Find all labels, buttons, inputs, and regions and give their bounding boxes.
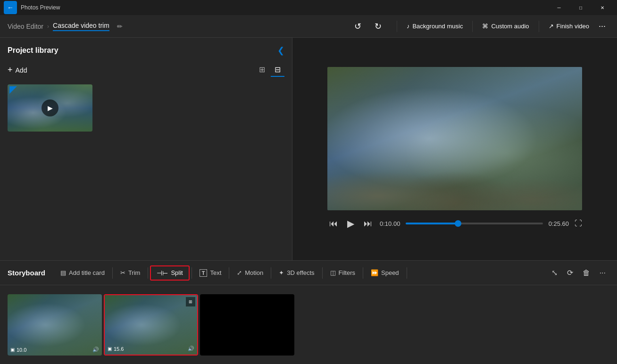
text-label: Text — [210, 269, 221, 276]
preview-image — [327, 67, 582, 210]
progress-bar[interactable] — [406, 223, 542, 224]
panel-header: Project library ❮ — [8, 45, 284, 56]
clip-2-icon: ⊞ — [189, 299, 192, 304]
clip-1[interactable]: ▣ 10.0 🔊 — [8, 294, 102, 356]
titlecard-icon: ▤ — [60, 269, 66, 276]
skip-forward-button[interactable]: ⏭ — [362, 217, 374, 231]
toolbar-divider-2 — [472, 21, 473, 32]
filters-button[interactable]: ◫ Filters — [325, 266, 361, 279]
delete-button[interactable]: 🗑 — [579, 266, 594, 280]
video-preview — [327, 67, 582, 210]
breadcrumb-current: Cascade video trim — [53, 22, 109, 31]
undo-redo-group: ↺ ↻ — [349, 18, 387, 34]
close-button[interactable]: ✕ — [592, 0, 613, 15]
duplicate-button[interactable]: ⟳ — [563, 265, 577, 280]
progress-fill — [406, 223, 458, 224]
play-icon: ▶ — [347, 218, 354, 229]
clip-3[interactable] — [200, 294, 294, 356]
storyboard-panel: Storyboard ▤ Add title card ✂ Trim ⊣⊢ Sp… — [0, 260, 617, 364]
music-icon: ♪ — [407, 23, 410, 30]
breadcrumb-parent[interactable]: Video Editor — [8, 23, 43, 30]
back-button[interactable]: ← — [4, 1, 17, 14]
sep3 — [192, 267, 192, 279]
add-label: Add — [16, 66, 27, 74]
custom-audio-button[interactable]: ⌘ Custom audio — [476, 20, 534, 33]
trim-button[interactable]: ✂ Trim — [115, 266, 146, 279]
storyboard-label: Storyboard — [8, 269, 45, 277]
fullscreen-button[interactable]: ⛶ — [575, 219, 582, 228]
library-toolbar: + Add ⊞ ⊟ — [8, 63, 284, 77]
clip-2-info: ▣ 15.6 — [108, 346, 124, 352]
add-media-button[interactable]: + Add — [8, 65, 27, 75]
clip-2-audio-icon: 🔊 — [188, 344, 194, 352]
breadcrumb-separator: › — [47, 23, 49, 30]
toolbar-divider-1 — [397, 21, 397, 32]
bg-music-label: Background music — [412, 23, 463, 30]
maximize-button[interactable]: □ — [570, 0, 592, 15]
chevron-left-icon: ❮ — [277, 46, 284, 55]
edit-title-icon[interactable]: ✏ — [117, 23, 123, 30]
sep7 — [363, 267, 363, 279]
volume-icon-1: 🔊 — [92, 347, 99, 352]
undo-button[interactable]: ↺ — [349, 18, 367, 34]
grid-4-button[interactable]: ⊞ — [255, 63, 269, 77]
text-button[interactable]: T Text — [194, 266, 227, 280]
collapse-panel-button[interactable]: ❮ — [277, 45, 284, 56]
filters-icon: ◫ — [330, 269, 336, 276]
clip-1-image — [8, 294, 102, 356]
grid-9-button[interactable]: ⊟ — [271, 63, 284, 77]
more-storyboard-button[interactable]: ··· — [596, 266, 609, 280]
play-button[interactable]: ▶ — [345, 216, 356, 231]
finish-video-button[interactable]: ↗ Finish video — [543, 20, 595, 33]
grid4-icon: ⊞ — [259, 66, 265, 74]
minimize-button[interactable]: ─ — [548, 0, 570, 15]
trim-label: Trim — [128, 269, 141, 276]
export-icon: ↗ — [549, 23, 554, 30]
app-title: Photos Preview — [21, 4, 544, 11]
view-toggle: ⊞ ⊟ — [255, 63, 284, 77]
custom-audio-label: Custom audio — [491, 23, 529, 30]
storyboard-toolbar: Storyboard ▤ Add title card ✂ Trim ⊣⊢ Sp… — [0, 261, 617, 285]
split-button[interactable]: ⊣⊢ Split — [150, 265, 189, 281]
rewind-icon: ⏮ — [329, 219, 338, 228]
add-title-card-label: Add title card — [69, 269, 105, 276]
redo-button[interactable]: ↻ — [369, 18, 387, 34]
clip-2-badge: ⊞ — [186, 297, 195, 306]
skip-icon: ⏭ — [364, 219, 372, 228]
split-icon: ⊣⊢ — [157, 269, 168, 277]
speed-label: Speed — [381, 269, 399, 276]
progress-thumb[interactable] — [455, 220, 461, 227]
toolbar-divider-3 — [539, 21, 539, 32]
play-overlay[interactable]: ▶ — [42, 99, 58, 116]
sep4 — [229, 267, 229, 279]
motion-label: Motion — [245, 269, 263, 276]
speed-button[interactable]: ⏩ Speed — [365, 266, 405, 279]
more-icon: ··· — [599, 21, 606, 31]
storyboard-right-actions: ⤡ ⟳ 🗑 ··· — [548, 265, 609, 280]
media-thumbnail[interactable]: ▶ — [8, 84, 92, 132]
clip-2[interactable]: ⊞ ▣ 15.6 🔊 — [104, 294, 198, 356]
clip-2-screen-icon: ▣ — [108, 346, 112, 351]
window-controls: ─ □ ✕ — [548, 0, 613, 15]
grid9-icon: ⊟ — [275, 66, 281, 74]
bg-music-button[interactable]: ♪ Background music — [401, 20, 468, 33]
3d-icon: ✦ — [279, 269, 284, 276]
trash-icon: 🗑 — [583, 269, 590, 277]
current-time: 0:10.00 — [380, 220, 400, 227]
resize-button[interactable]: ⤡ — [548, 265, 561, 280]
3d-effects-button[interactable]: ✦ 3D effects — [273, 266, 320, 279]
add-title-card-button[interactable]: ▤ Add title card — [55, 266, 110, 279]
fullscreen-icon: ⛶ — [575, 219, 582, 227]
sep2 — [148, 267, 148, 279]
rewind-button[interactable]: ⏮ — [327, 217, 340, 231]
headphones-icon: ⌘ — [482, 23, 488, 30]
speed-icon: ⏩ — [371, 269, 378, 276]
volume-icon-2: 🔊 — [188, 346, 194, 351]
3d-label: 3D effects — [287, 269, 314, 276]
plus-icon: + — [8, 65, 13, 75]
more-options-button[interactable]: ··· — [595, 19, 609, 33]
storyboard-clips: ▣ 10.0 🔊 ⊞ ▣ 15.6 🔊 — [0, 285, 617, 364]
sep5 — [271, 267, 271, 279]
motion-button[interactable]: ⤢ Motion — [231, 266, 269, 279]
corner-badge — [9, 86, 17, 94]
